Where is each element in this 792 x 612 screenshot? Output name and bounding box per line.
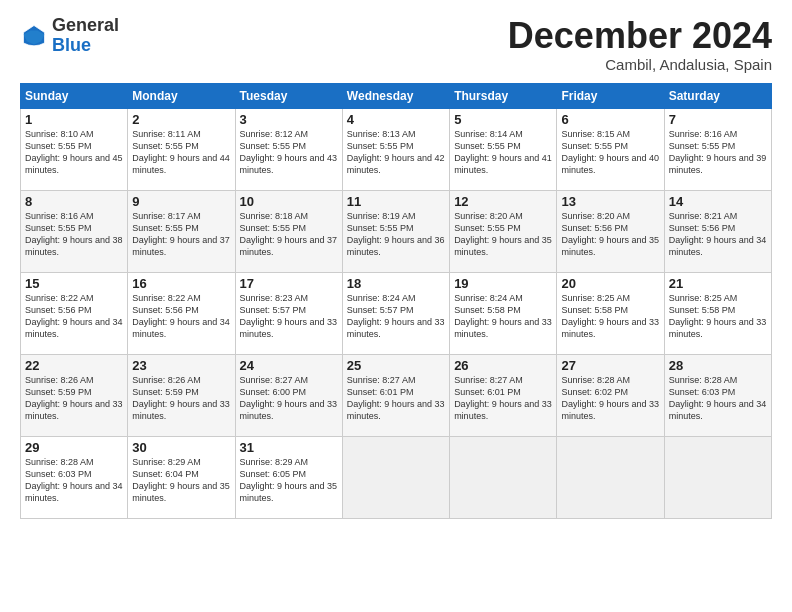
calendar-week-3: 15Sunrise: 8:22 AMSunset: 5:56 PMDayligh… <box>21 272 772 354</box>
cell-info: Sunrise: 8:25 AMSunset: 5:58 PMDaylight:… <box>669 293 767 339</box>
day-number: 7 <box>669 112 767 127</box>
cell-info: Sunrise: 8:28 AMSunset: 6:02 PMDaylight:… <box>561 375 659 421</box>
calendar-cell: 19Sunrise: 8:24 AMSunset: 5:58 PMDayligh… <box>450 272 557 354</box>
calendar-cell: 25Sunrise: 8:27 AMSunset: 6:01 PMDayligh… <box>342 354 449 436</box>
header: General Blue December 2024 Cambil, Andal… <box>20 16 772 73</box>
calendar-cell <box>450 436 557 518</box>
logo-blue: Blue <box>52 36 119 56</box>
calendar-cell: 21Sunrise: 8:25 AMSunset: 5:58 PMDayligh… <box>664 272 771 354</box>
month-title: December 2024 <box>508 16 772 56</box>
day-number: 14 <box>669 194 767 209</box>
cell-info: Sunrise: 8:17 AMSunset: 5:55 PMDaylight:… <box>132 211 230 257</box>
calendar-cell: 30Sunrise: 8:29 AMSunset: 6:04 PMDayligh… <box>128 436 235 518</box>
calendar-cell: 16Sunrise: 8:22 AMSunset: 5:56 PMDayligh… <box>128 272 235 354</box>
day-number: 8 <box>25 194 123 209</box>
day-number: 22 <box>25 358 123 373</box>
day-number: 1 <box>25 112 123 127</box>
day-number: 6 <box>561 112 659 127</box>
calendar-cell: 15Sunrise: 8:22 AMSunset: 5:56 PMDayligh… <box>21 272 128 354</box>
cell-info: Sunrise: 8:27 AMSunset: 6:00 PMDaylight:… <box>240 375 338 421</box>
cell-info: Sunrise: 8:15 AMSunset: 5:55 PMDaylight:… <box>561 129 659 175</box>
cell-info: Sunrise: 8:20 AMSunset: 5:55 PMDaylight:… <box>454 211 552 257</box>
day-number: 25 <box>347 358 445 373</box>
cell-info: Sunrise: 8:24 AMSunset: 5:57 PMDaylight:… <box>347 293 445 339</box>
title-block: December 2024 Cambil, Andalusia, Spain <box>508 16 772 73</box>
header-row: Sunday Monday Tuesday Wednesday Thursday… <box>21 83 772 108</box>
calendar-cell: 7Sunrise: 8:16 AMSunset: 5:55 PMDaylight… <box>664 108 771 190</box>
col-tuesday: Tuesday <box>235 83 342 108</box>
calendar-week-4: 22Sunrise: 8:26 AMSunset: 5:59 PMDayligh… <box>21 354 772 436</box>
calendar-cell <box>342 436 449 518</box>
logo-text: General Blue <box>52 16 119 56</box>
calendar-cell: 18Sunrise: 8:24 AMSunset: 5:57 PMDayligh… <box>342 272 449 354</box>
calendar-cell: 31Sunrise: 8:29 AMSunset: 6:05 PMDayligh… <box>235 436 342 518</box>
calendar-week-5: 29Sunrise: 8:28 AMSunset: 6:03 PMDayligh… <box>21 436 772 518</box>
day-number: 23 <box>132 358 230 373</box>
cell-info: Sunrise: 8:27 AMSunset: 6:01 PMDaylight:… <box>347 375 445 421</box>
day-number: 13 <box>561 194 659 209</box>
calendar-cell: 22Sunrise: 8:26 AMSunset: 5:59 PMDayligh… <box>21 354 128 436</box>
col-saturday: Saturday <box>664 83 771 108</box>
day-number: 11 <box>347 194 445 209</box>
logo-icon <box>20 22 48 50</box>
cell-info: Sunrise: 8:11 AMSunset: 5:55 PMDaylight:… <box>132 129 230 175</box>
calendar-cell: 11Sunrise: 8:19 AMSunset: 5:55 PMDayligh… <box>342 190 449 272</box>
calendar-cell <box>557 436 664 518</box>
calendar-cell <box>664 436 771 518</box>
calendar-cell: 24Sunrise: 8:27 AMSunset: 6:00 PMDayligh… <box>235 354 342 436</box>
day-number: 29 <box>25 440 123 455</box>
calendar-cell: 3Sunrise: 8:12 AMSunset: 5:55 PMDaylight… <box>235 108 342 190</box>
cell-info: Sunrise: 8:18 AMSunset: 5:55 PMDaylight:… <box>240 211 338 257</box>
day-number: 10 <box>240 194 338 209</box>
day-number: 3 <box>240 112 338 127</box>
day-number: 20 <box>561 276 659 291</box>
calendar-cell: 27Sunrise: 8:28 AMSunset: 6:02 PMDayligh… <box>557 354 664 436</box>
cell-info: Sunrise: 8:26 AMSunset: 5:59 PMDaylight:… <box>132 375 230 421</box>
cell-info: Sunrise: 8:29 AMSunset: 6:05 PMDaylight:… <box>240 457 338 503</box>
cell-info: Sunrise: 8:26 AMSunset: 5:59 PMDaylight:… <box>25 375 123 421</box>
calendar-cell: 14Sunrise: 8:21 AMSunset: 5:56 PMDayligh… <box>664 190 771 272</box>
calendar-cell: 5Sunrise: 8:14 AMSunset: 5:55 PMDaylight… <box>450 108 557 190</box>
cell-info: Sunrise: 8:21 AMSunset: 5:56 PMDaylight:… <box>669 211 767 257</box>
calendar-cell: 28Sunrise: 8:28 AMSunset: 6:03 PMDayligh… <box>664 354 771 436</box>
calendar-cell: 13Sunrise: 8:20 AMSunset: 5:56 PMDayligh… <box>557 190 664 272</box>
calendar-week-2: 8Sunrise: 8:16 AMSunset: 5:55 PMDaylight… <box>21 190 772 272</box>
day-number: 16 <box>132 276 230 291</box>
cell-info: Sunrise: 8:20 AMSunset: 5:56 PMDaylight:… <box>561 211 659 257</box>
day-number: 17 <box>240 276 338 291</box>
calendar-cell: 29Sunrise: 8:28 AMSunset: 6:03 PMDayligh… <box>21 436 128 518</box>
calendar-cell: 6Sunrise: 8:15 AMSunset: 5:55 PMDaylight… <box>557 108 664 190</box>
day-number: 15 <box>25 276 123 291</box>
calendar-cell: 20Sunrise: 8:25 AMSunset: 5:58 PMDayligh… <box>557 272 664 354</box>
logo-general: General <box>52 16 119 36</box>
day-number: 19 <box>454 276 552 291</box>
cell-info: Sunrise: 8:28 AMSunset: 6:03 PMDaylight:… <box>669 375 767 421</box>
cell-info: Sunrise: 8:27 AMSunset: 6:01 PMDaylight:… <box>454 375 552 421</box>
calendar-page: General Blue December 2024 Cambil, Andal… <box>0 0 792 612</box>
calendar-cell: 17Sunrise: 8:23 AMSunset: 5:57 PMDayligh… <box>235 272 342 354</box>
col-wednesday: Wednesday <box>342 83 449 108</box>
day-number: 31 <box>240 440 338 455</box>
day-number: 12 <box>454 194 552 209</box>
calendar-cell: 23Sunrise: 8:26 AMSunset: 5:59 PMDayligh… <box>128 354 235 436</box>
calendar-cell: 9Sunrise: 8:17 AMSunset: 5:55 PMDaylight… <box>128 190 235 272</box>
calendar-cell: 4Sunrise: 8:13 AMSunset: 5:55 PMDaylight… <box>342 108 449 190</box>
day-number: 9 <box>132 194 230 209</box>
day-number: 27 <box>561 358 659 373</box>
calendar-week-1: 1Sunrise: 8:10 AMSunset: 5:55 PMDaylight… <box>21 108 772 190</box>
calendar-cell: 1Sunrise: 8:10 AMSunset: 5:55 PMDaylight… <box>21 108 128 190</box>
cell-info: Sunrise: 8:12 AMSunset: 5:55 PMDaylight:… <box>240 129 338 175</box>
cell-info: Sunrise: 8:16 AMSunset: 5:55 PMDaylight:… <box>25 211 123 257</box>
day-number: 30 <box>132 440 230 455</box>
calendar-cell: 10Sunrise: 8:18 AMSunset: 5:55 PMDayligh… <box>235 190 342 272</box>
cell-info: Sunrise: 8:22 AMSunset: 5:56 PMDaylight:… <box>25 293 123 339</box>
col-thursday: Thursday <box>450 83 557 108</box>
cell-info: Sunrise: 8:25 AMSunset: 5:58 PMDaylight:… <box>561 293 659 339</box>
cell-info: Sunrise: 8:19 AMSunset: 5:55 PMDaylight:… <box>347 211 445 257</box>
cell-info: Sunrise: 8:13 AMSunset: 5:55 PMDaylight:… <box>347 129 445 175</box>
logo: General Blue <box>20 16 119 56</box>
day-number: 2 <box>132 112 230 127</box>
day-number: 24 <box>240 358 338 373</box>
col-sunday: Sunday <box>21 83 128 108</box>
cell-info: Sunrise: 8:10 AMSunset: 5:55 PMDaylight:… <box>25 129 123 175</box>
